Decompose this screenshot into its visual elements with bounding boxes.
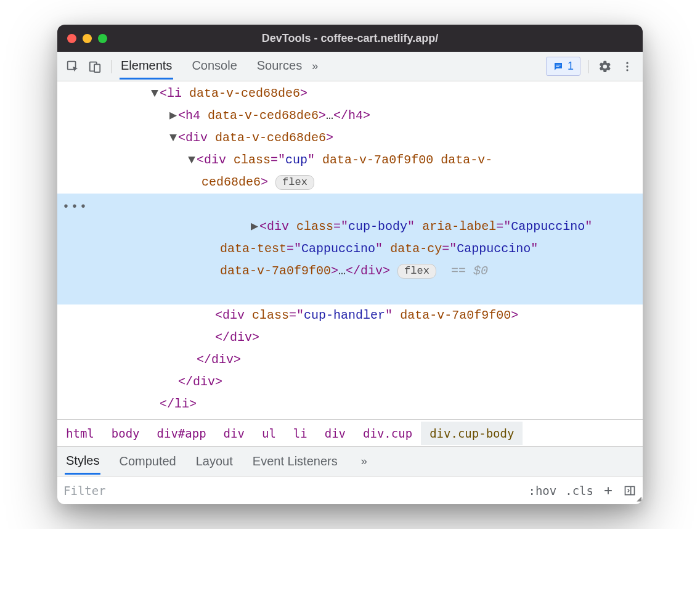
breadcrumb-item[interactable]: div#app — [149, 422, 215, 445]
tab-elements[interactable]: Elements — [120, 54, 173, 80]
issues-count: 1 — [568, 60, 574, 73]
traffic-lights — [67, 34, 107, 43]
dom-node[interactable]: </li> — [57, 393, 643, 415]
breadcrumb-item[interactable]: body — [103, 422, 149, 445]
breadcrumb-item[interactable]: div — [316, 422, 354, 445]
svg-rect-4 — [556, 66, 559, 67]
titlebar: DevTools - coffee-cart.netlify.app/ — [57, 25, 643, 52]
kebab-menu-icon[interactable] — [618, 57, 637, 76]
breadcrumb-item[interactable]: html — [57, 422, 103, 445]
breadcrumb-item[interactable]: ul — [253, 422, 285, 445]
svg-point-6 — [626, 65, 628, 67]
svg-rect-8 — [625, 486, 635, 494]
svg-rect-2 — [94, 64, 100, 72]
more-tabs-button[interactable]: » — [307, 60, 323, 73]
tab-console[interactable]: Console — [190, 54, 238, 80]
toggle-class-button[interactable]: .cls — [565, 484, 593, 497]
tab-event-listeners[interactable]: Event Listeners — [251, 449, 339, 473]
plus-icon — [602, 484, 614, 497]
tab-styles[interactable]: Styles — [65, 449, 100, 475]
tab-sources[interactable]: Sources — [256, 54, 303, 80]
svg-point-5 — [626, 62, 628, 63]
dom-node[interactable]: ▼<li data-v-ced68de6> — [57, 83, 643, 105]
inspect-element-icon[interactable] — [63, 57, 82, 76]
minimize-window-button[interactable] — [83, 34, 92, 43]
settings-icon[interactable] — [596, 57, 614, 76]
expand-toggle[interactable]: ▼ — [187, 149, 197, 171]
tab-computed[interactable]: Computed — [118, 449, 177, 473]
breadcrumb-item[interactable]: div — [215, 422, 253, 445]
resize-handle-icon: ◢ — [637, 494, 641, 503]
new-style-rule-button[interactable] — [602, 484, 614, 497]
dom-tree[interactable]: ▼<li data-v-ced68de6> ▶<h4 data-v-ced68d… — [57, 81, 643, 419]
toolbar-divider — [588, 60, 588, 73]
close-window-button[interactable] — [67, 34, 76, 43]
device-toolbar-icon[interactable] — [86, 57, 104, 76]
chat-icon — [553, 61, 564, 72]
computed-styles-sidebar-button[interactable] — [623, 484, 637, 497]
dom-node[interactable]: ▼<div class="cup" data-v-7a0f9f00 data-v… — [57, 149, 643, 194]
more-styles-tabs[interactable]: » — [356, 455, 372, 468]
styles-tabs: Styles Computed Layout Event Listeners » — [57, 446, 643, 476]
dom-node[interactable]: </div> — [57, 371, 643, 393]
expand-toggle[interactable]: ▶ — [250, 216, 259, 238]
gutter-actions-icon[interactable]: ••• — [62, 196, 88, 218]
styles-filter-bar: :hov .cls ◢ — [57, 476, 643, 504]
gear-icon — [598, 60, 612, 73]
tab-layout[interactable]: Layout — [195, 449, 234, 473]
flex-badge[interactable]: flex — [397, 264, 436, 279]
devtools-window: DevTools - coffee-cart.netlify.app/ Elem… — [57, 25, 643, 504]
flex-badge[interactable]: flex — [275, 175, 314, 190]
window-title: DevTools - coffee-cart.netlify.app/ — [57, 32, 643, 45]
styles-filter-input[interactable] — [63, 476, 519, 504]
svg-rect-3 — [556, 65, 561, 65]
issues-button[interactable]: 1 — [546, 57, 580, 76]
breadcrumb-item-active[interactable]: div.cup-body — [421, 422, 523, 445]
expand-toggle[interactable]: ▶ — [168, 105, 178, 127]
dom-node[interactable]: ▼<div data-v-ced68de6> — [57, 127, 643, 149]
toggle-hover-button[interactable]: :hov — [528, 484, 556, 497]
dom-node[interactable]: ▶<h4 data-v-ced68de6>…</h4> — [57, 105, 643, 127]
dom-node[interactable]: </div> — [57, 349, 643, 371]
breadcrumb: html body div#app div ul li div div.cup … — [57, 419, 643, 446]
panel-tabs: Elements Console Sources — [120, 54, 303, 80]
dom-node[interactable]: <div class="cup-handler" data-v-7a0f9f00… — [57, 304, 643, 349]
dollar-zero-indicator: == $0 — [451, 264, 488, 278]
dom-node-selected[interactable]: •••▶<div class="cup-body" aria-label="Ca… — [57, 194, 643, 304]
sidebar-icon — [623, 484, 637, 497]
main-toolbar: Elements Console Sources » 1 — [57, 52, 643, 81]
expand-toggle[interactable]: ▼ — [168, 127, 178, 149]
expand-toggle[interactable]: ▼ — [150, 83, 160, 105]
breadcrumb-item[interactable]: li — [285, 422, 316, 445]
breadcrumb-item[interactable]: div.cup — [354, 422, 421, 445]
svg-point-7 — [626, 69, 628, 71]
zoom-window-button[interactable] — [98, 34, 107, 43]
toolbar-divider — [112, 60, 112, 73]
